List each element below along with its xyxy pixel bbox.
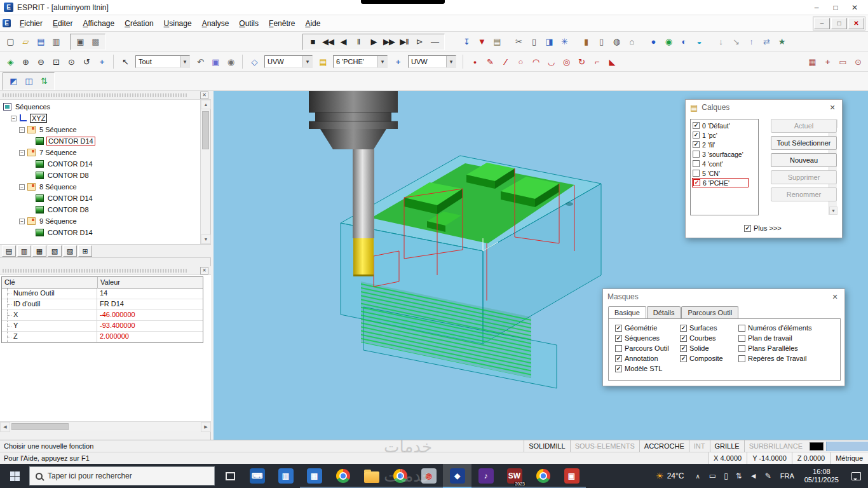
tree-item[interactable]: 7 Séquence [0,147,200,158]
anydesk-app-icon[interactable]: ◉ [414,464,443,488]
layer-item[interactable]: 2 'fil' [692,140,749,149]
undo-icon[interactable]: ↶ [193,55,208,69]
property-value[interactable]: -93.400000 [97,321,203,332]
tools-icon[interactable]: ★ [774,35,789,49]
mask-checkbox[interactable] [680,335,687,342]
menu-analyse[interactable]: Analyse [197,17,234,30]
circle-center-icon[interactable]: ⊙ [850,55,865,69]
mask-checkbox[interactable] [680,355,687,362]
mdi-close-button[interactable]: ✕ [848,18,864,29]
chevron-down-icon[interactable]: ▾ [180,56,189,67]
weather-widget[interactable]: ☀ 24°C [656,471,684,481]
tree-item[interactable]: CONTOR D14 [0,158,200,170]
copy-icon[interactable]: ▩ [88,35,103,49]
tree-item[interactable]: XYZ [0,112,200,124]
layer-checkbox[interactable] [693,151,700,158]
copy-doc-icon[interactable]: ▯ [526,35,541,49]
restore-button[interactable]: □ [826,1,845,15]
mask-option-annotation[interactable]: Annotation [615,353,669,363]
mask-option-plan-de-travail[interactable]: Plan de travail [738,333,812,343]
tree-item[interactable]: Séquences [0,101,200,112]
tree-scrollbar[interactable]: ▲ ▼ [200,100,210,244]
scroll-down-icon[interactable]: ▼ [829,207,837,215]
chevron-down-icon[interactable]: ▾ [302,56,312,67]
close-icon[interactable]: ✕ [200,267,208,274]
mask-checkbox[interactable] [615,325,622,332]
tab-d-tails[interactable]: Détails [647,306,681,318]
masques-dialog-titlebar[interactable]: Masques ✕ [603,289,844,304]
sim-single-step-icon[interactable]: ⊳ [412,35,427,49]
sketch-icon[interactable]: ✎ [482,55,498,69]
layer-item[interactable]: 3 'sourfacage' [692,149,749,159]
minimize-button[interactable]: – [807,1,826,15]
zoom-fit-icon[interactable]: ⊙ [64,55,79,69]
layer-item[interactable]: 0 'Défaut' [692,121,749,130]
view-orientation-icon[interactable]: + [390,55,405,69]
plus-checkbox[interactable] [744,225,751,232]
mask-option-plans-parall-les[interactable]: Plans Parallèles [738,343,812,353]
tree-item[interactable]: 9 Séquence [0,215,200,227]
tree-item[interactable]: 8 Séquence [0,181,200,193]
line-icon[interactable]: ∕ [498,55,513,69]
calculator-app-icon[interactable]: ▦ [300,464,329,488]
tray-expand-icon[interactable]: ∧ [695,473,700,480]
tree-item[interactable]: CONTOR D14 [0,227,200,238]
stop-pin-icon[interactable]: ▼ [474,35,489,49]
properties-hscrollbar[interactable]: ◀ ▶ [0,421,211,431]
mask-option-surfaces[interactable]: Surfaces [680,323,723,333]
menu-editer[interactable]: Editer [48,17,78,30]
notification-center-button[interactable] [844,464,868,488]
mask-option-g-om-trie[interactable]: Géométrie [615,323,669,333]
status-int[interactable]: INT [689,440,710,452]
property-value[interactable]: 14 [97,288,203,299]
close-button[interactable]: ✕ [845,1,864,15]
collapse-icon[interactable] [19,150,25,156]
tab-basique[interactable]: Basique [608,306,646,319]
column-header-key[interactable]: Clé [2,277,97,288]
collapse-icon[interactable] [11,116,17,121]
tree-item[interactable]: CONTOR D8 [0,170,200,181]
sequences-panel-header[interactable]: ✕ [0,91,211,100]
zoom-in-icon[interactable]: ⊕ [18,55,33,69]
tree-item[interactable]: CONTOR D8 [0,204,200,215]
tree-item[interactable]: 5 Séquence [0,124,200,135]
ellipse-icon[interactable]: ◎ [559,55,574,69]
tools-tab-icon[interactable]: ▦ [32,245,46,257]
mask-checkbox[interactable] [738,325,745,332]
collapse-icon[interactable] [19,219,25,224]
menu-cr-ation[interactable]: Création [119,17,158,30]
arrow-diagonal-icon[interactable]: ↘ [728,35,743,49]
tree-item[interactable]: CONTOR D14 [0,193,200,204]
stock-icon[interactable]: ▮ [578,35,593,49]
layer-checkbox[interactable] [693,132,700,139]
print-preview-icon[interactable]: ▣ [72,35,88,49]
close-icon[interactable]: ✕ [827,102,837,112]
property-value[interactable]: FR D14 [97,299,203,310]
arrow-up-icon[interactable]: ↑ [743,35,759,49]
new-icon[interactable]: ▢ [3,35,18,49]
operations-tab-icon[interactable]: ▥ [17,245,31,257]
save-as-icon[interactable]: ◨ [541,35,557,49]
mask-checkbox[interactable] [615,355,622,362]
simulation-icon[interactable]: ● [646,35,661,49]
stock-compare-icon[interactable]: ◐ [676,35,691,49]
view-orientation-combo[interactable]: UVW▾ [408,55,456,68]
sim-to-end-icon[interactable]: ▶‖ [397,35,412,49]
copy-view-icon[interactable]: ▣ [208,55,223,69]
sim-pause-icon[interactable]: ‖ [351,35,366,49]
chrome-profile2-app-icon[interactable] [386,464,414,488]
auto-chain-icon[interactable]: ◩ [6,74,21,88]
gears-icon[interactable]: ✳ [557,35,572,49]
apply-check-icon[interactable]: ◈ [3,55,18,69]
mask-option-num-ros-d-l-ments[interactable]: Numéros d'éléments [738,323,812,333]
grid-icon[interactable]: ▦ [804,55,820,69]
machine-sim-icon[interactable]: ◒ [691,35,707,49]
display-tray-icon[interactable]: ▭ [709,471,716,480]
zoom-previous-icon[interactable]: ↺ [79,55,94,69]
layer-checkbox[interactable] [693,170,700,177]
search-input[interactable]: Taper ici pour rechercher [29,466,215,485]
tree-item[interactable]: CONTOR D14 [0,135,200,147]
part-setup-icon[interactable]: ▯ [593,35,609,49]
views-tab-icon[interactable]: ⊞ [78,245,92,257]
sim-rewind-icon[interactable]: ◀◀ [320,35,336,49]
